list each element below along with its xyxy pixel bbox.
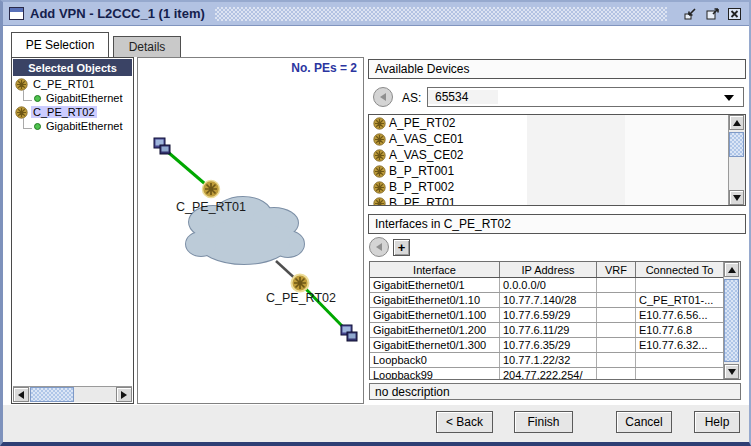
cell-vrf [597, 308, 636, 322]
device-label: A_PE_RT02 [389, 116, 456, 130]
cancel-button[interactable]: Cancel [616, 411, 672, 433]
device-list-item[interactable]: B_P_RT001 [369, 163, 745, 179]
window-title: Add VPN - L2CCC_1 (1 item) [30, 6, 205, 21]
router-icon [373, 181, 386, 194]
device-list-item[interactable]: A_PE_RT02 [369, 115, 745, 131]
tab-pe-selection[interactable]: PE Selection [11, 32, 109, 57]
cell-vrf [597, 323, 636, 337]
table-row[interactable]: GigabitEthernet0/1.300 10.77.6.35/29 E10… [370, 338, 723, 353]
scroll-down-icon[interactable] [724, 364, 739, 379]
scrollbar-thumb[interactable] [724, 279, 739, 362]
device-label: A_VAS_CE01 [389, 132, 464, 146]
table-row[interactable]: GigabitEthernet0/1.100 10.77.6.59/29 E10… [370, 308, 723, 323]
as-combobox[interactable]: 65534 [427, 87, 744, 107]
topology-canvas[interactable]: C_PE_RT01 C_PE_RT02 No. PEs = 2 [137, 57, 364, 404]
table-row[interactable]: Loopback99 204.77.222.254/ [370, 368, 723, 380]
scrollbar-thumb[interactable] [30, 387, 74, 402]
pe1-router-icon[interactable] [203, 181, 220, 198]
cell-connected: E10.77.6.56... [636, 308, 723, 322]
back-button[interactable]: < Back [436, 411, 493, 433]
tree-item-label-selected: C_PE_RT02 [31, 106, 97, 118]
cell-vrf [597, 338, 636, 352]
router-icon [373, 117, 386, 130]
device-list-item[interactable]: B_P_RT002 [369, 179, 745, 195]
chevron-down-icon [724, 95, 734, 101]
help-button[interactable]: Help [694, 411, 740, 433]
cell-interface: GigabitEthernet0/1.200 [370, 323, 500, 337]
minimize-icon[interactable] [682, 6, 699, 22]
selected-objects-header: Selected Objects [13, 59, 132, 76]
back-arrow-icon[interactable] [369, 237, 389, 257]
add-interface-button[interactable]: + [393, 239, 410, 256]
window-icon [9, 7, 24, 20]
router-icon [373, 133, 386, 146]
maximize-icon[interactable] [704, 6, 721, 22]
column-connected-to[interactable]: Connected To [636, 262, 723, 277]
scroll-up-icon[interactable] [724, 262, 739, 277]
device-list-item[interactable]: A_VAS_CE01 [369, 131, 745, 147]
column-vrf[interactable]: VRF [597, 262, 636, 277]
table-header-row[interactable]: Interface IP Address VRF Connected To [370, 262, 740, 278]
selected-objects-panel: Selected Objects C_PE_RT01 GigabitEthern… [11, 57, 134, 404]
interface-dot-icon [34, 123, 41, 130]
cell-vrf [597, 293, 636, 307]
table-row[interactable]: GigabitEthernet0/1.200 10.77.6.11/29 E10… [370, 323, 723, 338]
device-label: B_P_RT002 [389, 180, 454, 194]
scrollbar-thumb[interactable] [729, 132, 744, 157]
as-label: AS: [402, 91, 421, 105]
cell-ip: 10.77.6.11/29 [500, 323, 597, 337]
tree-horizontal-scrollbar[interactable] [13, 386, 132, 402]
scroll-right-icon[interactable] [116, 387, 132, 402]
cell-interface: Loopback0 [370, 353, 500, 367]
tree-connector [23, 118, 32, 129]
device-label: B_PE_RT01 [389, 196, 456, 206]
tree-item-label: GigabitEthernet [44, 120, 124, 132]
titlebar-texture [215, 7, 667, 21]
column-interface[interactable]: Interface [370, 262, 500, 277]
cell-connected: E10.77.6.8 [636, 323, 723, 337]
cell-connected: E10.77.6.32... [636, 338, 723, 352]
tree-item-pe1-interface[interactable]: GigabitEthernet [12, 91, 133, 105]
device-list-scrollbar[interactable] [728, 115, 745, 205]
device-label: A_VAS_CE02 [389, 148, 464, 162]
finish-button[interactable]: Finish [514, 411, 573, 433]
ce-device-icon[interactable] [154, 138, 170, 154]
device-label: B_P_RT001 [389, 164, 454, 178]
cell-ip: 10.77.7.140/28 [500, 293, 597, 307]
device-list-item[interactable]: B_PE_RT01 [369, 195, 745, 206]
titlebar[interactable]: Add VPN - L2CCC_1 (1 item) [3, 2, 749, 26]
interfaces-table[interactable]: Interface IP Address VRF Connected To Gi… [369, 261, 741, 380]
ce-device-icon[interactable] [341, 325, 357, 341]
cell-interface: Loopback99 [370, 368, 500, 380]
tree-item-label: GigabitEthernet [44, 92, 124, 104]
cell-interface: GigabitEthernet0/1.300 [370, 338, 500, 352]
scroll-left-icon[interactable] [13, 387, 29, 402]
cell-interface: GigabitEthernet0/1.100 [370, 308, 500, 322]
description-status-field: no description [369, 383, 741, 400]
column-ip-address[interactable]: IP Address [500, 262, 597, 277]
cell-ip: 10.77.1.22/32 [500, 353, 597, 367]
pe2-router-icon[interactable] [292, 275, 309, 292]
table-row[interactable]: Loopback0 10.77.1.22/32 [370, 353, 723, 368]
as-value: 65534 [428, 90, 498, 104]
cell-connected [636, 353, 723, 367]
interfaces-table-scrollbar[interactable] [723, 262, 740, 379]
back-arrow-icon[interactable] [373, 87, 393, 107]
scroll-down-icon[interactable] [729, 190, 744, 205]
available-devices-header: Available Devices [368, 59, 746, 79]
tree-item-pe2-interface[interactable]: GigabitEthernet [12, 119, 133, 133]
table-row[interactable]: GigabitEthernet0/1.10 10.77.7.140/28 C_P… [370, 293, 723, 308]
available-devices-list[interactable]: A_PE_RT02 A_VAS_CE01 A_VAS_CE02 B_P_RT00… [368, 114, 746, 206]
cell-vrf [597, 278, 636, 292]
cell-vrf [597, 368, 636, 380]
device-list-item[interactable]: A_VAS_CE02 [369, 147, 745, 163]
pe2-node-label: C_PE_RT02 [266, 291, 336, 305]
router-icon [373, 149, 386, 162]
scroll-up-icon[interactable] [729, 115, 744, 130]
tab-details[interactable]: Details [113, 36, 181, 57]
table-row[interactable]: GigabitEthernet0/1 0.0.0.0/0 [370, 278, 723, 293]
close-icon[interactable] [726, 6, 743, 22]
cell-connected: C_PE_RT01-... [636, 293, 723, 307]
pe-count-label: No. PEs = 2 [291, 61, 357, 75]
router-icon [373, 165, 386, 178]
